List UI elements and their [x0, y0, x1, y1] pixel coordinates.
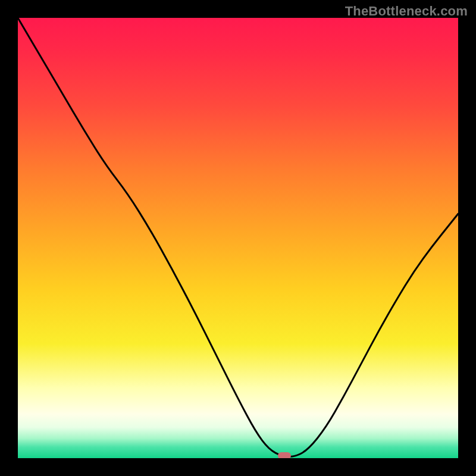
watermark-text: TheBottleneck.com: [345, 4, 468, 19]
chart-frame: TheBottleneck.com: [0, 0, 476, 476]
sweet-spot-marker: [278, 452, 291, 458]
bottleneck-curve: [18, 18, 458, 458]
plot-area: [18, 18, 458, 458]
